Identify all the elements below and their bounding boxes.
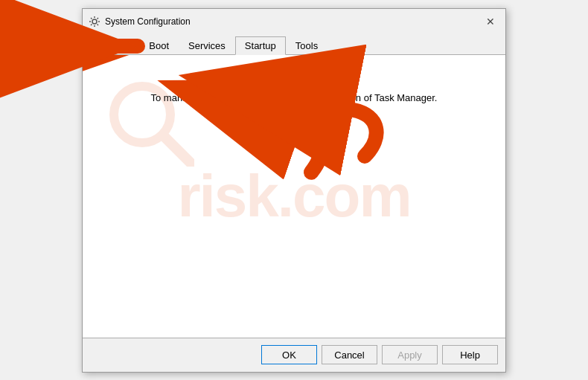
tab-general[interactable]: General	[86, 36, 139, 55]
ok-button[interactable]: OK	[261, 345, 317, 364]
content-area: risk.com To manage startup items, use th…	[83, 55, 505, 338]
svg-line-2	[164, 137, 191, 163]
startup-info-text: To manage startup items, use the Startup…	[151, 92, 438, 103]
close-button[interactable]: ✕	[482, 13, 499, 30]
help-button[interactable]: Help	[442, 345, 498, 364]
cancel-button[interactable]: Cancel	[322, 345, 377, 364]
tab-services[interactable]: Services	[179, 36, 235, 55]
tab-boot[interactable]: Boot	[139, 36, 179, 55]
footer: OK Cancel Apply Help	[83, 338, 505, 372]
svg-point-0	[92, 19, 97, 24]
open-task-manager-link[interactable]: Open Task Manager	[251, 118, 338, 129]
apply-button[interactable]: Apply	[382, 345, 438, 364]
system-configuration-window: System Configuration ✕ General Boot Serv…	[82, 8, 506, 373]
gear-icon	[89, 16, 100, 28]
watermark-logo	[105, 77, 194, 169]
window-title: System Configuration	[105, 16, 191, 27]
tab-startup[interactable]: Startup	[235, 36, 286, 55]
tab-bar: General Boot Services Startup Tools	[83, 33, 505, 55]
title-bar-left: System Configuration	[89, 16, 191, 28]
tab-tools[interactable]: Tools	[286, 36, 327, 55]
title-bar: System Configuration ✕	[83, 9, 505, 33]
watermark-text: risk.com	[177, 162, 410, 231]
